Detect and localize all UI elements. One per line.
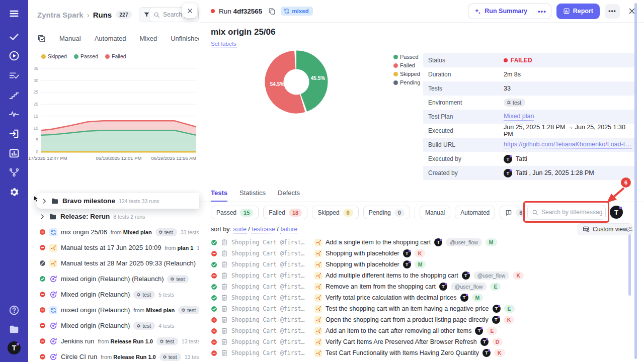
detail-row-status: StatusFAILED [423,53,634,67]
test-cases-icon[interactable] [9,31,20,42]
test-row[interactable]: Shopping Cart @first…Test Cart Functiona… [211,347,633,358]
milestone-badge: K [504,316,515,324]
run-row[interactable]: Manual tests at 17 Jun 2025 10:09from pl… [28,240,199,255]
milestone-badge: K [415,249,426,257]
sort-link-suite[interactable]: suite [233,226,246,234]
tests-search[interactable] [527,205,606,220]
sort-link-testcase[interactable]: testcase [252,226,275,234]
activity-icon[interactable] [9,109,20,120]
test-filter-chips: Passed15Failed18Skipped0Pending0ManualAu… [211,206,571,219]
run-row[interactable]: Jenkins runfrom Release Run 1.0test13 te… [28,333,199,349]
tab-tests[interactable]: Tests [211,189,227,202]
environment-badge: test [156,337,178,345]
svg-text:5: 5 [36,137,38,142]
dashboards-icon[interactable] [9,148,20,159]
test-row[interactable]: Shopping Cart @first…Shopping with place… [211,259,633,270]
report-chart-icon [563,8,570,15]
panel-tab-mixed[interactable]: Mixed [140,35,157,42]
detail-link[interactable]: https://github.com/TetianaKhomenko/Load-… [504,141,632,149]
milestones-icon[interactable] [9,89,20,101]
run-from-plan: from Mixed plan [111,229,152,235]
run-type-badge[interactable]: mixed [281,7,312,16]
select-all-icon[interactable] [37,34,46,43]
filter-chip-comments[interactable]: 8 [500,206,531,219]
filter-chip-automated[interactable]: Automated [455,206,495,219]
gear-icon [181,308,186,313]
run-row[interactable]: Mixed origin (Relaunch)test5 tests [28,287,199,302]
testcase-icon [221,305,228,312]
more-actions-button[interactable]: ••• [605,4,620,19]
run-row[interactable]: Mixed origin (Relaunch)test4 tests [28,318,199,333]
test-row[interactable]: Shopping Cart @first…Open the shopping c… [211,314,633,325]
executor-avatar[interactable]: T [610,206,623,219]
test-row[interactable]: Shopping Cart @first…Shopping with place… [211,248,633,259]
manual-test-icon [314,305,322,313]
copy-icon[interactable] [268,8,276,15]
set-labels-link[interactable]: Set labels [211,41,236,48]
detail-link[interactable]: Mixed plan [504,113,534,121]
legend-dot [393,80,398,85]
svg-text:10: 10 [34,126,39,131]
detail-value: FAILED [504,57,532,64]
report-button[interactable]: Report [556,4,600,19]
testcase-icon [221,294,228,301]
page-scrollbar[interactable] [634,3,637,359]
test-row[interactable]: Shopping Cart @first…Add a single item t… [211,237,633,248]
test-plans-icon[interactable] [9,70,20,81]
run-row[interactable]: mixed origin (Relaunch)from Mixed plante… [28,302,199,318]
test-row[interactable]: Shopping Cart @first…Verify Cart Items A… [211,336,633,347]
panel-close-button[interactable] [182,3,197,18]
view-options-icon[interactable] [625,225,633,233]
run-row[interactable]: Manual tests at 28 Mar 2025 09:33 (Relau… [28,255,199,271]
projects-icon[interactable] [9,324,20,335]
run-tests-count: 13 tests [182,338,199,344]
test-row[interactable]: Shopping Cart @first…Add multiple differ… [211,270,633,281]
filter-chip-failed[interactable]: Failed18 [263,206,307,219]
failed-status-icon [39,244,46,251]
settings-icon[interactable] [9,187,20,198]
sort-link-failure[interactable]: failure [280,226,297,234]
custom-view-button[interactable]: Custom view [578,223,632,235]
avatar: T [492,316,500,324]
filter-chip-pending[interactable]: Pending0 [363,206,410,219]
manual-type-icon [49,259,57,267]
integrations-icon[interactable] [9,167,20,178]
test-suite: Shopping Cart @first… [231,239,311,246]
run-summary-more-button[interactable]: ••• [533,8,551,15]
run-summary-button[interactable]: Run Summary ••• [468,4,551,19]
run-folder-row[interactable]: Bravo milestone124 tests 33 runs [36,193,199,209]
test-row[interactable]: Shopping Cart @first…Add an item to the … [211,325,633,336]
environment-name: test [166,338,174,344]
launches-icon[interactable] [9,128,20,139]
filter-chip-passed[interactable]: Passed15 [211,206,259,219]
run-row[interactable]: mix origin 25/06from Mixed plantest33 te… [28,224,199,240]
panel-tab-manual[interactable]: Manual [59,35,81,42]
legend-label: Failed [400,62,415,68]
run-row[interactable]: Circle CI runfrom Release Run 1.0test13 … [28,349,199,362]
tests-list-scrollbar[interactable] [628,234,631,296]
run-folder-row[interactable]: Release: Rerun8 tests 2 runs [28,209,199,224]
panel-tab-automated[interactable]: Automated [95,35,126,42]
test-title: Add an item to the cart after removing a… [326,327,471,334]
help-icon[interactable] [9,305,20,316]
avatar: T [434,238,442,246]
menu-icon[interactable] [9,8,20,19]
test-runs-icon[interactable] [9,50,20,61]
breadcrumb-workspace[interactable]: Zyntra Spark [37,11,84,19]
testcase-icon [221,272,228,279]
gear-icon [159,339,164,344]
rerun-type-icon [49,322,57,330]
test-row[interactable]: Shopping Cart @first…Remove an item from… [211,281,633,292]
user-avatar[interactable]: T [8,341,21,354]
tab-statistics[interactable]: Statistics [239,189,266,202]
test-row[interactable]: Shopping Cart @first…Test the shopping c… [211,303,633,314]
run-row[interactable]: mixed origin (Relaunch) (Relaunch)test [28,271,199,287]
detail-row-executed-by: Executed byTTatti [423,152,634,166]
filter-chip-skipped[interactable]: Skipped0 [312,206,359,219]
detail-label: Status [428,57,504,64]
panel-tab-unfinished[interactable]: Unfinished [171,35,199,42]
tab-defects[interactable]: Defects [278,189,300,202]
filter-chip-manual[interactable]: Manual [420,206,450,219]
tests-search-input[interactable] [541,209,602,216]
test-row[interactable]: Shopping Cart @first…Verify total price … [211,292,633,303]
